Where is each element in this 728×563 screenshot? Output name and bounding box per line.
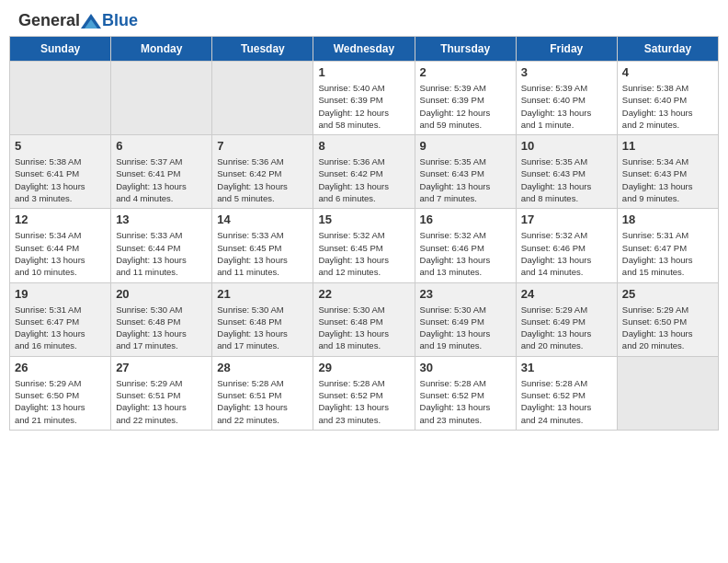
- weekday-header-friday: Friday: [516, 37, 617, 62]
- calendar-table: SundayMondayTuesdayWednesdayThursdayFrid…: [9, 36, 719, 431]
- calendar-day-cell: 10Sunrise: 5:35 AM Sunset: 6:43 PM Dayli…: [516, 135, 617, 209]
- day-number: 30: [420, 361, 511, 374]
- day-number: 29: [318, 361, 409, 374]
- calendar-day-cell: 15Sunrise: 5:32 AM Sunset: 6:45 PM Dayli…: [313, 209, 415, 282]
- day-number: 4: [622, 65, 713, 79]
- calendar-day-cell: 3Sunrise: 5:39 AM Sunset: 6:40 PM Daylig…: [516, 62, 617, 135]
- day-number: 14: [217, 213, 308, 226]
- day-number: 19: [15, 287, 106, 301]
- day-number: 26: [15, 361, 106, 374]
- calendar-day-cell: 14Sunrise: 5:33 AM Sunset: 6:45 PM Dayli…: [212, 209, 313, 282]
- calendar-day-cell: 24Sunrise: 5:29 AM Sunset: 6:49 PM Dayli…: [516, 282, 617, 356]
- weekday-header-wednesday: Wednesday: [313, 37, 415, 62]
- day-number: 11: [622, 139, 713, 153]
- day-info: Sunrise: 5:38 AM Sunset: 6:41 PM Dayligh…: [15, 155, 106, 204]
- calendar-day-cell: 2Sunrise: 5:39 AM Sunset: 6:39 PM Daylig…: [415, 62, 516, 135]
- day-info: Sunrise: 5:35 AM Sunset: 6:43 PM Dayligh…: [521, 155, 612, 204]
- calendar-day-cell: 27Sunrise: 5:29 AM Sunset: 6:51 PM Dayli…: [111, 356, 212, 430]
- day-info: Sunrise: 5:30 AM Sunset: 6:49 PM Dayligh…: [420, 304, 511, 352]
- day-info: Sunrise: 5:36 AM Sunset: 6:42 PM Dayligh…: [318, 155, 409, 204]
- weekday-header-monday: Monday: [111, 37, 212, 62]
- weekday-header-sunday: Sunday: [10, 37, 111, 62]
- calendar-day-cell: 30Sunrise: 5:28 AM Sunset: 6:52 PM Dayli…: [415, 356, 516, 430]
- day-info: Sunrise: 5:39 AM Sunset: 6:39 PM Dayligh…: [420, 82, 511, 131]
- day-number: 8: [318, 139, 409, 153]
- day-number: 27: [116, 361, 207, 374]
- calendar-day-cell: 17Sunrise: 5:32 AM Sunset: 6:46 PM Dayli…: [516, 209, 617, 282]
- calendar-day-cell: [617, 356, 718, 430]
- day-number: 10: [521, 139, 612, 153]
- day-info: Sunrise: 5:34 AM Sunset: 6:44 PM Dayligh…: [15, 229, 106, 278]
- calendar-week-row: 1Sunrise: 5:40 AM Sunset: 6:39 PM Daylig…: [10, 62, 719, 135]
- day-info: Sunrise: 5:32 AM Sunset: 6:46 PM Dayligh…: [420, 229, 511, 278]
- calendar-day-cell: 9Sunrise: 5:35 AM Sunset: 6:43 PM Daylig…: [415, 135, 516, 209]
- day-number: 6: [116, 139, 207, 153]
- day-number: 17: [521, 213, 612, 226]
- calendar-week-row: 12Sunrise: 5:34 AM Sunset: 6:44 PM Dayli…: [10, 209, 719, 282]
- day-number: 5: [15, 139, 106, 153]
- day-number: 15: [318, 213, 409, 226]
- day-number: 31: [521, 361, 612, 374]
- day-number: 7: [217, 139, 308, 153]
- day-info: Sunrise: 5:30 AM Sunset: 6:48 PM Dayligh…: [318, 304, 409, 352]
- day-number: 3: [521, 65, 612, 79]
- calendar-day-cell: 19Sunrise: 5:31 AM Sunset: 6:47 PM Dayli…: [10, 282, 111, 356]
- day-number: 13: [116, 213, 207, 226]
- weekday-header-tuesday: Tuesday: [212, 37, 313, 62]
- day-info: Sunrise: 5:35 AM Sunset: 6:43 PM Dayligh…: [420, 155, 511, 204]
- day-info: Sunrise: 5:29 AM Sunset: 6:51 PM Dayligh…: [116, 377, 207, 426]
- day-info: Sunrise: 5:30 AM Sunset: 6:48 PM Dayligh…: [116, 304, 207, 352]
- weekday-header-row: SundayMondayTuesdayWednesdayThursdayFrid…: [10, 37, 719, 62]
- day-info: Sunrise: 5:28 AM Sunset: 6:52 PM Dayligh…: [420, 377, 511, 426]
- calendar-day-cell: [212, 62, 313, 135]
- day-info: Sunrise: 5:28 AM Sunset: 6:52 PM Dayligh…: [521, 377, 612, 426]
- calendar-day-cell: 7Sunrise: 5:36 AM Sunset: 6:42 PM Daylig…: [212, 135, 313, 209]
- day-number: 25: [622, 287, 713, 301]
- day-info: Sunrise: 5:32 AM Sunset: 6:46 PM Dayligh…: [521, 229, 612, 278]
- day-info: Sunrise: 5:29 AM Sunset: 6:50 PM Dayligh…: [15, 377, 106, 426]
- logo-icon: [81, 14, 101, 29]
- day-info: Sunrise: 5:29 AM Sunset: 6:49 PM Dayligh…: [521, 304, 612, 352]
- calendar-day-cell: 4Sunrise: 5:38 AM Sunset: 6:40 PM Daylig…: [617, 62, 718, 135]
- day-number: 18: [622, 213, 713, 226]
- day-info: Sunrise: 5:39 AM Sunset: 6:40 PM Dayligh…: [521, 82, 612, 131]
- weekday-header-saturday: Saturday: [617, 37, 718, 62]
- logo: General Blue: [18, 11, 138, 30]
- day-info: Sunrise: 5:29 AM Sunset: 6:50 PM Dayligh…: [622, 304, 713, 352]
- day-info: Sunrise: 5:34 AM Sunset: 6:43 PM Dayligh…: [622, 155, 713, 204]
- calendar-day-cell: 23Sunrise: 5:30 AM Sunset: 6:49 PM Dayli…: [415, 282, 516, 356]
- calendar-day-cell: 28Sunrise: 5:28 AM Sunset: 6:51 PM Dayli…: [212, 356, 313, 430]
- calendar-week-row: 26Sunrise: 5:29 AM Sunset: 6:50 PM Dayli…: [10, 356, 719, 430]
- calendar-day-cell: 29Sunrise: 5:28 AM Sunset: 6:52 PM Dayli…: [313, 356, 415, 430]
- day-number: 28: [217, 361, 308, 374]
- day-number: 2: [420, 65, 511, 79]
- calendar-day-cell: 6Sunrise: 5:37 AM Sunset: 6:41 PM Daylig…: [111, 135, 212, 209]
- calendar-day-cell: 25Sunrise: 5:29 AM Sunset: 6:50 PM Dayli…: [617, 282, 718, 356]
- calendar-day-cell: 22Sunrise: 5:30 AM Sunset: 6:48 PM Dayli…: [313, 282, 415, 356]
- page-header: General Blue: [0, 0, 728, 36]
- calendar-day-cell: [111, 62, 212, 135]
- calendar-day-cell: 26Sunrise: 5:29 AM Sunset: 6:50 PM Dayli…: [10, 356, 111, 430]
- day-info: Sunrise: 5:28 AM Sunset: 6:51 PM Dayligh…: [217, 377, 308, 426]
- day-info: Sunrise: 5:30 AM Sunset: 6:48 PM Dayligh…: [217, 304, 308, 352]
- calendar-week-row: 5Sunrise: 5:38 AM Sunset: 6:41 PM Daylig…: [10, 135, 719, 209]
- weekday-header-thursday: Thursday: [415, 37, 516, 62]
- day-info: Sunrise: 5:33 AM Sunset: 6:45 PM Dayligh…: [217, 229, 308, 278]
- calendar-week-row: 19Sunrise: 5:31 AM Sunset: 6:47 PM Dayli…: [10, 282, 719, 356]
- day-info: Sunrise: 5:36 AM Sunset: 6:42 PM Dayligh…: [217, 155, 308, 204]
- calendar-day-cell: [10, 62, 111, 135]
- day-info: Sunrise: 5:38 AM Sunset: 6:40 PM Dayligh…: [622, 82, 713, 131]
- day-info: Sunrise: 5:33 AM Sunset: 6:44 PM Dayligh…: [116, 229, 207, 278]
- day-info: Sunrise: 5:31 AM Sunset: 6:47 PM Dayligh…: [622, 229, 713, 278]
- calendar-day-cell: 20Sunrise: 5:30 AM Sunset: 6:48 PM Dayli…: [111, 282, 212, 356]
- day-info: Sunrise: 5:40 AM Sunset: 6:39 PM Dayligh…: [318, 82, 409, 131]
- day-number: 24: [521, 287, 612, 301]
- day-number: 12: [15, 213, 106, 226]
- logo-blue-text: Blue: [102, 11, 138, 30]
- day-info: Sunrise: 5:37 AM Sunset: 6:41 PM Dayligh…: [116, 155, 207, 204]
- day-number: 22: [318, 287, 409, 301]
- calendar-day-cell: 18Sunrise: 5:31 AM Sunset: 6:47 PM Dayli…: [617, 209, 718, 282]
- day-number: 1: [318, 65, 409, 79]
- day-number: 20: [116, 287, 207, 301]
- day-number: 9: [420, 139, 511, 153]
